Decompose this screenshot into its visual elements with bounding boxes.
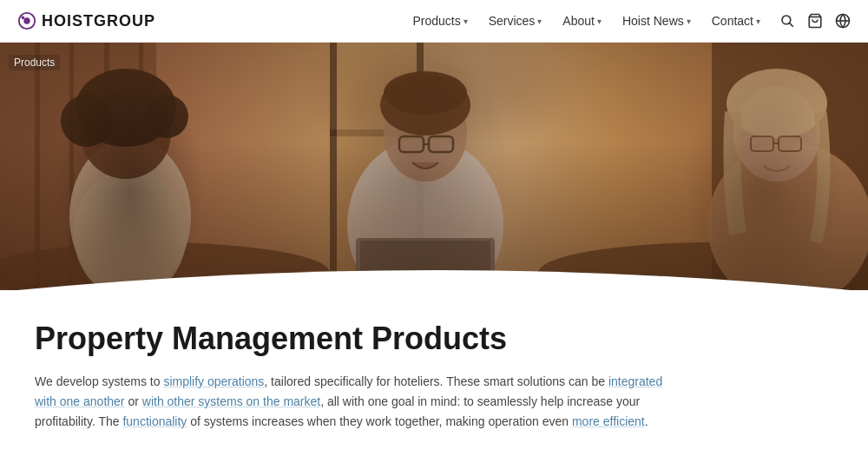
nav-services[interactable]: Services ▾: [480, 0, 551, 43]
about-chevron-icon: ▾: [597, 17, 602, 26]
services-chevron-icon: ▾: [537, 17, 542, 26]
logo-text: HoistGroup: [42, 12, 155, 30]
nav-icon-group: [779, 13, 851, 29]
highlight-integrated: integrated with one another: [35, 374, 662, 408]
svg-point-2: [22, 17, 25, 20]
svg-point-1: [23, 17, 30, 23]
logo-link[interactable]: HoistGroup: [17, 11, 155, 30]
globe-icon[interactable]: [835, 13, 851, 29]
hero-banner: Products: [0, 43, 868, 290]
highlight-simplify: simplify operations: [163, 374, 264, 388]
highlight-efficient: more efficient: [572, 414, 645, 428]
cart-icon[interactable]: [807, 13, 823, 29]
highlight-systems: with other systems on the market: [142, 394, 320, 408]
products-chevron-icon: ▾: [464, 17, 468, 26]
hero-breadcrumb: Products: [9, 55, 60, 70]
svg-point-3: [782, 16, 791, 24]
svg-line-4: [790, 23, 793, 27]
search-icon[interactable]: [779, 13, 795, 29]
page-title: Property Management Products: [35, 321, 833, 356]
page-description: We develop systems to simplify operation…: [35, 372, 677, 432]
nav-contact[interactable]: Contact ▾: [703, 0, 769, 43]
nav-products[interactable]: Products ▾: [404, 0, 476, 43]
site-header: HoistGroup Products ▾ Services ▾ About ▾…: [0, 0, 868, 43]
highlight-functionality: functionality: [122, 414, 187, 428]
nav-hoist-news[interactable]: Hoist News ▾: [614, 0, 700, 43]
main-nav: Products ▾ Services ▾ About ▾ Hoist News…: [404, 0, 851, 43]
nav-about[interactable]: About ▾: [554, 0, 610, 43]
hoist-news-chevron-icon: ▾: [687, 17, 691, 26]
content-section: Property Management Products We develop …: [0, 290, 868, 450]
logo-icon: [17, 11, 36, 30]
hero-curve: [0, 248, 868, 290]
contact-chevron-icon: ▾: [756, 17, 760, 26]
